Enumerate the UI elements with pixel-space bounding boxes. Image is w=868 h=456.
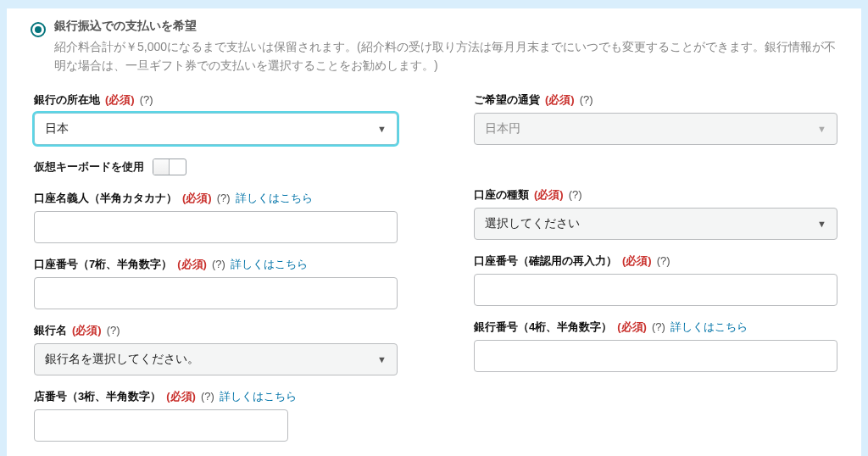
field-account-type: 口座の種類 (必須) (?) 選択してください ▼: [474, 187, 837, 240]
required-mark: (必須): [534, 187, 564, 203]
payment-option: 銀行振込での支払いを希望 紹介料合計が￥5,000になるまで支払いは保留されます…: [31, 19, 837, 75]
select-account-type[interactable]: 選択してください ▼: [474, 208, 837, 240]
help-icon[interactable]: (?): [107, 324, 120, 336]
virtual-keyboard-row: 仮想キーボードを使用: [34, 158, 398, 175]
label-bank-name: 銀行名 (必須) (?): [34, 323, 398, 338]
virtual-keyboard-toggle[interactable]: [153, 158, 186, 175]
help-icon[interactable]: (?): [652, 320, 665, 333]
option-title: 銀行振込での支払いを希望: [54, 19, 837, 34]
select-bank-name[interactable]: 銀行名を選択してください。 ▼: [34, 343, 398, 375]
required-mark: (必須): [622, 253, 652, 269]
label-text: 銀行番号（4桁、半角数字）: [474, 320, 612, 335]
required-mark: (必須): [177, 257, 207, 272]
input-branch-code[interactable]: [34, 409, 288, 442]
select-currency: 日本円 ▼: [474, 113, 837, 145]
details-link[interactable]: 詳しくはこちら: [236, 191, 313, 206]
field-bank-code: 銀行番号（4桁、半角数字） (必須) (?) 詳しくはこちら: [474, 320, 837, 372]
spacer: [474, 158, 837, 187]
label-text: 店番号（3桁、半角数字）: [34, 389, 161, 404]
required-mark: (必須): [617, 320, 647, 335]
select-placeholder: 選択してください: [485, 216, 580, 231]
label-bank-location: 銀行の所在地 (必須) (?): [34, 92, 398, 108]
field-account-holder: 口座名義人（半角カタカナ） (必須) (?) 詳しくはこちら: [34, 191, 398, 243]
required-mark: (必須): [72, 323, 102, 338]
radio-dot: [35, 26, 42, 33]
payment-form-card: 銀行振込での支払いを希望 紹介料合計が￥5,000になるまで支払いは保留されます…: [7, 8, 861, 456]
label-account-type: 口座の種類 (必須) (?): [474, 187, 837, 203]
label-text: ご希望の通貨: [474, 92, 540, 108]
form-grid: 銀行の所在地 (必須) (?) 日本 ▼ 仮想キーボードを使用 口座名義人（半角…: [31, 92, 837, 455]
label-text: 口座番号（確認用の再入力）: [474, 253, 617, 269]
input-account-number-confirm[interactable]: [474, 274, 837, 306]
required-mark: (必須): [545, 92, 575, 108]
radio-bank-transfer[interactable]: [31, 22, 46, 37]
input-bank-code[interactable]: [474, 340, 837, 372]
virtual-keyboard-label: 仮想キーボードを使用: [34, 159, 144, 175]
required-mark: (必須): [182, 191, 212, 206]
details-link[interactable]: 詳しくはこちら: [231, 257, 308, 272]
help-icon[interactable]: (?): [657, 254, 670, 267]
field-bank-location: 銀行の所在地 (必須) (?) 日本 ▼: [34, 92, 398, 145]
input-account-holder[interactable]: [34, 211, 398, 243]
chevron-down-icon: ▼: [377, 124, 387, 134]
details-link[interactable]: 詳しくはこちら: [670, 320, 748, 335]
field-account-number: 口座番号（7桁、半角数字） (必須) (?) 詳しくはこちら: [34, 257, 398, 309]
label-account-number: 口座番号（7桁、半角数字） (必須) (?) 詳しくはこちら: [34, 257, 398, 272]
chevron-down-icon: ▼: [817, 124, 826, 134]
field-bank-name: 銀行名 (必須) (?) 銀行名を選択してください。 ▼: [34, 323, 398, 375]
chevron-down-icon: ▼: [817, 219, 826, 229]
help-icon[interactable]: (?): [580, 93, 593, 106]
help-icon[interactable]: (?): [217, 192, 231, 204]
help-icon[interactable]: (?): [140, 93, 153, 106]
label-currency: ご希望の通貨 (必須) (?): [474, 92, 837, 108]
chevron-down-icon: ▼: [377, 354, 387, 364]
label-text: 銀行名: [34, 323, 67, 338]
label-text: 口座の種類: [474, 187, 529, 203]
help-icon[interactable]: (?): [201, 390, 214, 403]
required-mark: (必須): [105, 92, 135, 108]
select-bank-location[interactable]: 日本 ▼: [34, 113, 398, 145]
label-text: 口座番号（7桁、半角数字）: [34, 257, 172, 272]
input-account-number[interactable]: [34, 277, 398, 309]
field-branch-code: 店番号（3桁、半角数字） (必須) (?) 詳しくはこちら: [34, 389, 398, 442]
label-branch-code: 店番号（3桁、半角数字） (必須) (?) 詳しくはこちら: [34, 389, 398, 404]
field-currency: ご希望の通貨 (必須) (?) 日本円 ▼: [474, 92, 837, 145]
left-column: 銀行の所在地 (必須) (?) 日本 ▼ 仮想キーボードを使用 口座名義人（半角…: [34, 92, 398, 455]
label-text: 口座名義人（半角カタカナ）: [34, 191, 177, 206]
details-link[interactable]: 詳しくはこちら: [220, 389, 297, 404]
field-account-number-confirm: 口座番号（確認用の再入力） (必須) (?): [474, 253, 837, 306]
select-value: 日本円: [485, 121, 520, 136]
option-desc: 紹介料合計が￥5,000になるまで支払いは保留されます。(紹介料の受け取り方法は…: [54, 37, 837, 75]
label-account-number-confirm: 口座番号（確認用の再入力） (必須) (?): [474, 253, 837, 269]
label-bank-code: 銀行番号（4桁、半角数字） (必須) (?) 詳しくはこちら: [474, 320, 837, 335]
required-mark: (必須): [166, 389, 196, 404]
label-account-holder: 口座名義人（半角カタカナ） (必須) (?) 詳しくはこちら: [34, 191, 398, 206]
select-value: 日本: [45, 121, 69, 136]
label-text: 銀行の所在地: [34, 92, 100, 108]
help-icon[interactable]: (?): [569, 188, 582, 201]
select-placeholder: 銀行名を選択してください。: [45, 352, 199, 367]
option-text: 銀行振込での支払いを希望 紹介料合計が￥5,000になるまで支払いは保留されます…: [54, 19, 837, 75]
right-column: ご希望の通貨 (必須) (?) 日本円 ▼ 口座の種類 (必須) (?) 選択し…: [474, 92, 837, 455]
help-icon[interactable]: (?): [212, 258, 225, 270]
